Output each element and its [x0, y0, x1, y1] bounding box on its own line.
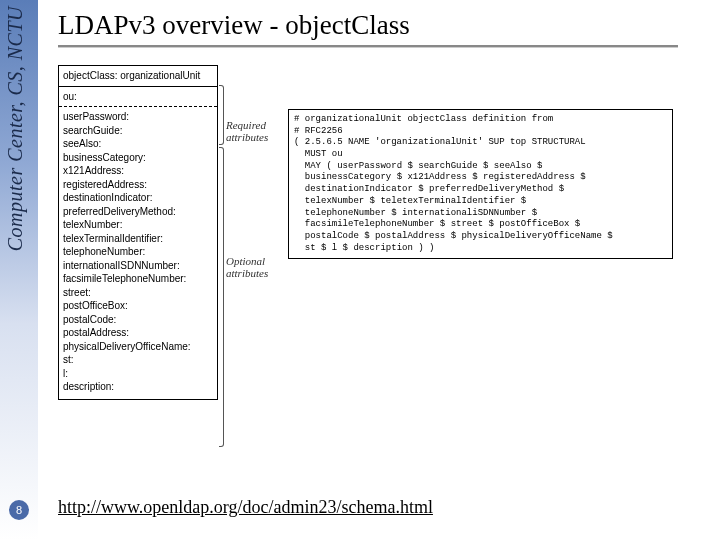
brace-required [219, 85, 224, 145]
sidebar: Computer Center, CS, NCTU 8 [0, 0, 38, 540]
attr-item: physicalDeliveryOfficeName: [63, 340, 213, 354]
org-text: Computer Center, CS, NCTU [4, 6, 27, 251]
attr-item: userPassword: [63, 110, 213, 124]
attr-item: l: [63, 367, 213, 381]
label-required: Required attributes [226, 119, 281, 143]
attr-item: internationalISDNNumber: [63, 259, 213, 273]
attr-item: registeredAddress: [63, 178, 213, 192]
attr-item: street: [63, 286, 213, 300]
attr-item: telephoneNumber: [63, 245, 213, 259]
footer-link[interactable]: http://www.openldap.org/doc/admin23/sche… [58, 497, 433, 518]
attr-item: postalCode: [63, 313, 213, 327]
attr-item: st: [63, 353, 213, 367]
attr-item: seeAlso: [63, 137, 213, 151]
attr-item: preferredDeliveryMethod: [63, 205, 213, 219]
main-content: LDAPv3 overview - objectClass objectClas… [58, 10, 710, 465]
attr-item: searchGuide: [63, 124, 213, 138]
page-number-badge: 8 [9, 500, 29, 520]
page-title: LDAPv3 overview - objectClass [58, 10, 710, 41]
attr-item: x121Address: [63, 164, 213, 178]
attribute-box: objectClass: organizationalUnit ou: user… [58, 65, 218, 400]
attr-item: postOfficeBox: [63, 299, 213, 313]
attr-item: telexTerminalIdentifier: [63, 232, 213, 246]
attr-item: description: [63, 380, 213, 394]
label-optional: Optional attributes [226, 255, 281, 279]
attr-item: telexNumber: [63, 218, 213, 232]
attr-optional-list: userPassword:searchGuide:seeAlso:busines… [59, 107, 217, 399]
title-rule [58, 45, 678, 47]
attr-item: facsimileTelephoneNumber: [63, 272, 213, 286]
attr-box-header: objectClass: organizationalUnit [59, 66, 217, 87]
attr-item: postalAddress: [63, 326, 213, 340]
brace-optional [219, 147, 224, 447]
schema-code-box: # organizationalUnit objectClass definit… [288, 109, 673, 259]
attr-item: destinationIndicator: [63, 191, 213, 205]
attr-item: businessCategory: [63, 151, 213, 165]
objectclass-diagram: objectClass: organizationalUnit ou: user… [58, 65, 678, 465]
attr-must: ou: [59, 87, 217, 108]
